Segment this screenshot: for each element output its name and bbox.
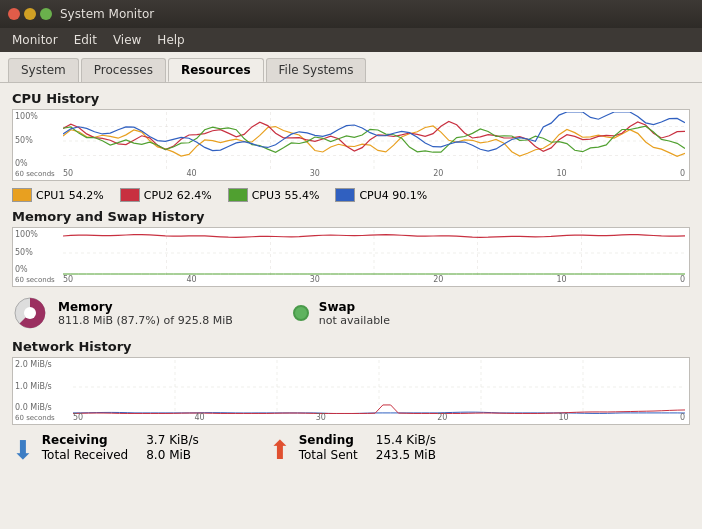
receiving-values: 3.7 KiB/s 8.0 MiB — [146, 433, 199, 462]
network-x-labels: 50 40 30 20 10 0 — [73, 413, 685, 422]
memory-info: Memory 811.8 MiB (87.7%) of 925.8 MiB — [12, 295, 233, 331]
receiving-value: 3.7 KiB/s — [146, 433, 199, 447]
network-canvas — [73, 360, 685, 414]
menu-bar: Monitor Edit View Help — [0, 28, 702, 52]
menu-help[interactable]: Help — [149, 31, 192, 49]
memory-info-row: Memory 811.8 MiB (87.7%) of 925.8 MiB Sw… — [12, 291, 690, 335]
memory-value: 811.8 MiB (87.7%) of 925.8 MiB — [58, 314, 233, 327]
cpu-canvas — [63, 112, 685, 170]
close-button[interactable] — [8, 8, 20, 20]
title-bar: System Monitor — [0, 0, 702, 28]
swap-label: Swap — [319, 300, 390, 314]
cpu2-label: CPU2 62.4% — [144, 189, 212, 202]
cpu2-legend: CPU2 62.4% — [120, 188, 212, 202]
memory-pie — [12, 295, 48, 331]
tab-processes[interactable]: Processes — [81, 58, 166, 82]
swap-info: Swap not available — [293, 300, 390, 327]
cpu-section-title: CPU History — [12, 91, 690, 106]
total-sent-label: Total Sent — [299, 448, 358, 462]
receiving-labels: Receiving Total Received — [42, 433, 128, 462]
total-received-label: Total Received — [42, 448, 128, 462]
tab-filesystems[interactable]: File Systems — [266, 58, 367, 82]
network-section: Network History 2.0 MiB/s 1.0 MiB/s 0.0 … — [12, 339, 690, 469]
cpu4-label: CPU4 90.1% — [359, 189, 427, 202]
swap-value: not available — [319, 314, 390, 327]
memory-chart: 100% 50% 0% 60 seconds 50 40 30 20 10 0 — [12, 227, 690, 287]
main-content: CPU History 100% 50% 0% 60 seconds 50 40… — [0, 83, 702, 477]
cpu4-legend: CPU4 90.1% — [335, 188, 427, 202]
cpu3-color — [228, 188, 248, 202]
cpu-section: CPU History 100% 50% 0% 60 seconds 50 40… — [12, 91, 690, 205]
memory-canvas — [63, 230, 685, 276]
send-icon: ⬆ — [269, 435, 291, 465]
memory-section: Memory and Swap History 100% 50% 0% 60 s… — [12, 209, 690, 335]
total-received-value: 8.0 MiB — [146, 448, 199, 462]
memory-label: Memory — [58, 300, 233, 314]
cpu-x-labels: 50 40 30 20 10 0 — [63, 169, 685, 178]
memory-x-labels: 50 40 30 20 10 0 — [63, 275, 685, 284]
sending-group: ⬆ Sending Total Sent 15.4 KiB/s 243.5 Mi… — [269, 433, 436, 465]
receive-icon: ⬇ — [12, 435, 34, 465]
cpu1-legend: CPU1 54.2% — [12, 188, 104, 202]
receiving-label: Receiving — [42, 433, 128, 447]
memory-60s-label: 60 seconds — [15, 276, 55, 284]
menu-edit[interactable]: Edit — [66, 31, 105, 49]
cpu1-label: CPU1 54.2% — [36, 189, 104, 202]
memory-y-labels: 100% 50% 0% — [15, 230, 38, 274]
cpu-y-labels: 100% 50% 0% — [15, 112, 38, 168]
tab-bar: System Processes Resources File Systems — [0, 52, 702, 83]
menu-monitor[interactable]: Monitor — [4, 31, 66, 49]
sending-value: 15.4 KiB/s — [376, 433, 436, 447]
tab-resources[interactable]: Resources — [168, 58, 264, 82]
sending-values: 15.4 KiB/s 243.5 MiB — [376, 433, 436, 462]
cpu3-label: CPU3 55.4% — [252, 189, 320, 202]
cpu-legend: CPU1 54.2% CPU2 62.4% CPU3 55.4% CPU4 90… — [12, 185, 690, 205]
menu-view[interactable]: View — [105, 31, 149, 49]
sending-labels: Sending Total Sent — [299, 433, 358, 462]
sending-label: Sending — [299, 433, 358, 447]
tab-system[interactable]: System — [8, 58, 79, 82]
cpu3-legend: CPU3 55.4% — [228, 188, 320, 202]
swap-dot — [293, 305, 309, 321]
cpu-chart: 100% 50% 0% 60 seconds 50 40 30 20 10 0 — [12, 109, 690, 181]
receiving-group: ⬇ Receiving Total Received 3.7 KiB/s 8.0… — [12, 433, 199, 465]
cpu2-color — [120, 188, 140, 202]
window-controls[interactable] — [8, 8, 52, 20]
cpu-60s-label: 60 seconds — [15, 170, 55, 178]
network-60s-label: 60 seconds — [15, 414, 55, 422]
maximize-button[interactable] — [40, 8, 52, 20]
cpu1-color — [12, 188, 32, 202]
svg-point-1 — [24, 307, 36, 319]
network-section-title: Network History — [12, 339, 690, 354]
total-sent-value: 243.5 MiB — [376, 448, 436, 462]
minimize-button[interactable] — [24, 8, 36, 20]
window-title: System Monitor — [60, 7, 154, 21]
network-y-labels: 2.0 MiB/s 1.0 MiB/s 0.0 MiB/s — [15, 360, 52, 412]
network-stats: ⬇ Receiving Total Received 3.7 KiB/s 8.0… — [12, 429, 690, 469]
cpu4-color — [335, 188, 355, 202]
memory-section-title: Memory and Swap History — [12, 209, 690, 224]
network-chart: 2.0 MiB/s 1.0 MiB/s 0.0 MiB/s 60 seconds… — [12, 357, 690, 425]
